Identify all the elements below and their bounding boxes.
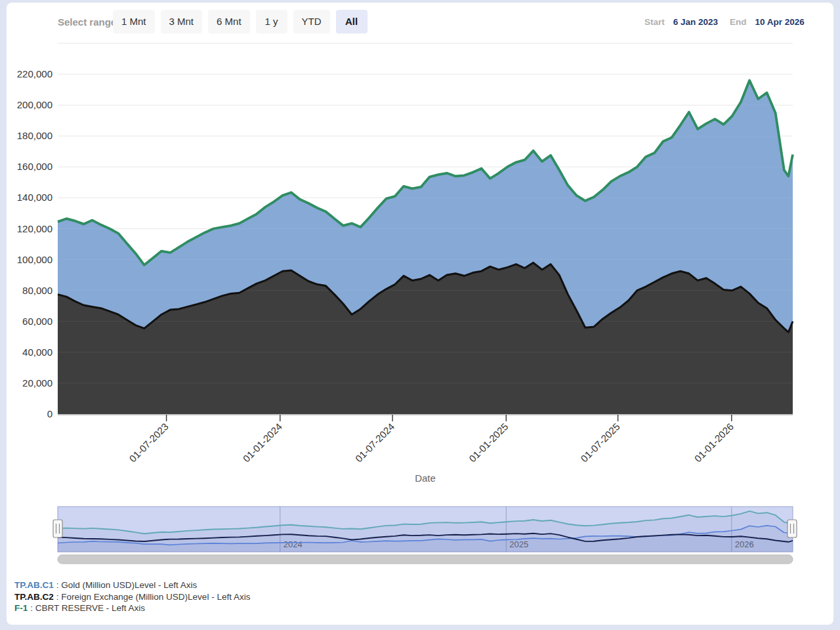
x-tick-label: 01-01-2024 (241, 421, 284, 464)
y-tick-label: 120,000 (17, 223, 52, 234)
reserves-stacked-area-chart[interactable]: 020,00040,00060,00080,000100,000120,0001… (0, 0, 840, 630)
chart-legend: TP.AB.C1: Gold (Million USD)Level - Left… (14, 579, 250, 614)
date-range: Start 6 Jan 2023 End 10 Apr 2026 (644, 17, 805, 27)
legend-item-fx: TP.AB.C2: Foreign Exchange (Million USD)… (14, 591, 250, 603)
y-axis-labels: 020,00040,00060,00080,000100,000120,0001… (17, 68, 52, 419)
range-button-1mnt[interactable]: 1 Mnt (113, 10, 155, 33)
x-tick-label: 01-07-2023 (127, 421, 170, 464)
legend-series-code: F-1 (14, 603, 28, 613)
x-tick-label: 01-07-2024 (353, 421, 396, 464)
range-button-all[interactable]: All (336, 10, 368, 33)
x-axis-title: Date (415, 472, 436, 484)
end-label: End (730, 17, 747, 27)
legend-series-desc: : Foreign Exchange (Million USD)Level - … (56, 592, 251, 602)
range-button-3mnt[interactable]: 3 Mnt (161, 10, 203, 33)
y-tick-label: 160,000 (17, 161, 52, 172)
start-label: Start (644, 17, 665, 27)
range-button-1y[interactable]: 1 y (256, 10, 287, 33)
legend-series-code: TP.AB.C1 (14, 580, 54, 590)
legend-series-code: TP.AB.C2 (14, 592, 54, 602)
x-tick-label: 01-01-2025 (467, 421, 510, 464)
y-tick-label: 20,000 (22, 377, 52, 388)
x-tick-label: 01-07-2025 (578, 421, 621, 464)
y-tick-label: 0 (47, 408, 52, 419)
end-date-value[interactable]: 10 Apr 2026 (755, 17, 805, 27)
y-tick-label: 100,000 (17, 254, 52, 265)
y-tick-label: 40,000 (22, 346, 52, 358)
y-tick-label: 200,000 (17, 99, 52, 110)
y-tick-label: 60,000 (22, 316, 52, 327)
y-tick-label: 80,000 (22, 285, 52, 296)
navigator[interactable]: 202420252026 (53, 507, 797, 552)
x-axis-labels: 01-07-202301-01-202401-07-202401-01-2025… (127, 421, 735, 464)
navigator-scrollbar[interactable] (58, 555, 793, 564)
start-date-value[interactable]: 6 Jan 2023 (673, 17, 718, 27)
legend-item-total: F-1: CBRT RESERVE - Left Axis (14, 602, 250, 614)
range-button-ytd[interactable]: YTD (293, 10, 330, 33)
range-button-6mnt[interactable]: 6 Mnt (208, 10, 250, 33)
y-tick-label: 220,000 (17, 68, 52, 79)
y-tick-label: 140,000 (17, 192, 52, 203)
y-tick-label: 180,000 (17, 130, 52, 141)
x-tick-label: 01-01-2026 (692, 421, 736, 464)
navigator-handle-left[interactable] (53, 520, 62, 537)
legend-series-desc: : Gold (Million USD)Level - Left Axis (56, 580, 198, 590)
navigator-handle-right[interactable] (788, 520, 797, 537)
select-range-label: Select range (58, 16, 116, 28)
legend-series-desc: : CBRT RESERVE - Left Axis (30, 603, 145, 613)
legend-item-gold: TP.AB.C1: Gold (Million USD)Level - Left… (14, 579, 250, 591)
x-axis-ticks (167, 415, 732, 421)
range-selector: 1 Mnt 3 Mnt 6 Mnt 1 y YTD All (113, 10, 368, 33)
